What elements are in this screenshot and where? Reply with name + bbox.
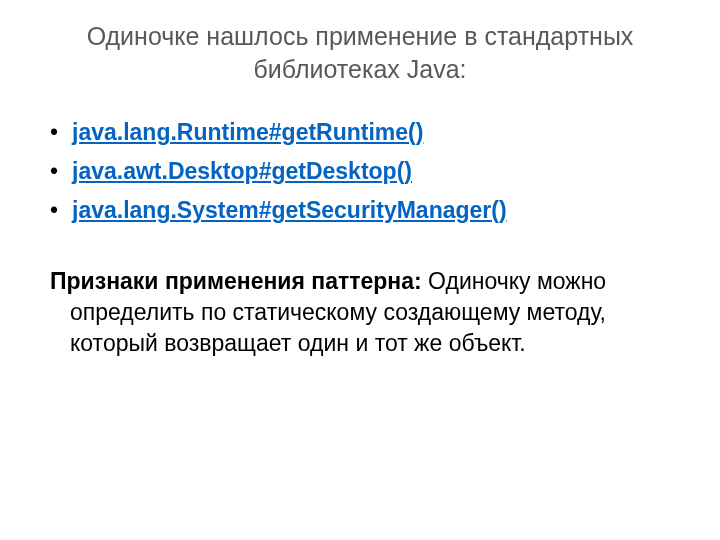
list-item: java.lang.System#getSecurityManager() <box>50 195 690 226</box>
description-paragraph: Признаки применения паттерна: Одиночку м… <box>50 266 690 359</box>
list-item: java.lang.Runtime#getRuntime() <box>50 117 690 148</box>
paragraph-label: Признаки применения паттерна: <box>50 268 428 294</box>
list-item: java.awt.Desktop#getDesktop() <box>50 156 690 187</box>
link-security-manager[interactable]: java.lang.System#getSecurityManager() <box>72 197 507 223</box>
link-runtime[interactable]: java.lang.Runtime#getRuntime() <box>72 119 423 145</box>
slide-title: Одиночке нашлось применение в стандартны… <box>30 20 690 85</box>
link-desktop[interactable]: java.awt.Desktop#getDesktop() <box>72 158 412 184</box>
link-list: java.lang.Runtime#getRuntime() java.awt.… <box>30 117 690 226</box>
